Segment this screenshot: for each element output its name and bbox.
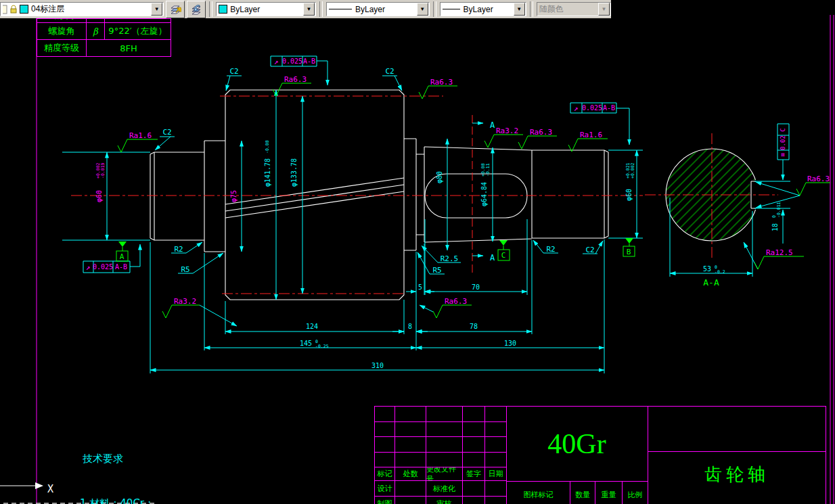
tech-line-1: 1.材料：40Cr；: [80, 496, 191, 504]
svg-text:-0.2: -0.2: [715, 269, 725, 275]
label-r2: R2: [546, 245, 555, 254]
fcf-value: 0.025: [582, 104, 602, 112]
roughness-value: Ra6.3: [284, 75, 307, 84]
lineweight-sample: [443, 9, 460, 9]
svg-text:-0.019: -0.019: [100, 162, 106, 179]
fcf-datum: A-B: [303, 58, 315, 65]
lineweight-dropdown[interactable]: ByLayer ▼: [440, 2, 526, 16]
ucs-x-label: X: [47, 483, 53, 495]
label-r5: R5: [432, 266, 441, 275]
roughness-value: Ra6.3: [807, 175, 830, 183]
toolbar-separator: [209, 1, 212, 17]
label-c2: C2: [162, 128, 171, 137]
technical-requirements: 技术要求 1.材料：40Cr； 2.热处理：HRC28-32。: [80, 421, 191, 504]
title-block-empty-cell: [648, 406, 826, 452]
fcf-symbol: ↗: [574, 104, 579, 113]
roughness-value: Ra1.6: [580, 131, 602, 139]
scale-header: 比例: [623, 482, 648, 504]
plot-style-value: 随颜色: [539, 3, 564, 15]
layer-dropdown-arrow[interactable]: ▼: [151, 3, 162, 16]
param-row-grade: 精度等级 8FH: [37, 40, 171, 57]
dim-310: 310: [371, 362, 384, 369]
dim-dia60-right: φ60 +0.021 +0.002: [625, 162, 635, 201]
fcf-datum: A-B: [603, 104, 615, 112]
layer-name: 04标注层: [31, 3, 64, 15]
tech-title: 技术要求: [83, 451, 191, 466]
layer-dropdown[interactable]: 04标注层 ▼: [0, 2, 164, 16]
layers-arrow-icon: [169, 3, 181, 16]
material-value: 40Gr: [547, 428, 606, 460]
design-label: 设计: [375, 481, 395, 497]
label-c2: C2: [229, 67, 238, 76]
part-name: 齿轮轴: [704, 463, 769, 486]
make-layer-current-button[interactable]: [166, 1, 185, 18]
svg-text:+0.002: +0.002: [630, 162, 635, 179]
param-symbol: β: [93, 26, 98, 37]
color-dropdown-arrow[interactable]: ▼: [303, 3, 315, 16]
dim-78: 78: [470, 323, 478, 330]
svg-text:-0.11: -0.11: [485, 163, 491, 177]
roughness-value: Ra3.2: [496, 127, 518, 135]
fcf-symbol: ↗: [86, 263, 91, 272]
dim-dia60-left: φ60 +0.002 -0.019: [95, 162, 106, 202]
param-value: 20°: [130, 18, 145, 20]
fcf-symbol: ≡: [779, 153, 786, 157]
title-block-bottom-headers: 图样标记 数量 重量 比例: [506, 482, 648, 504]
roughness-value: Ra1.6: [129, 131, 152, 140]
weight-header: 重量: [595, 482, 623, 504]
fcf-runout-right: ↗ 0.025 A-B: [570, 103, 616, 113]
layer-previous-button[interactable]: [187, 1, 206, 18]
datum-c: C: [498, 240, 510, 260]
svg-text:53: 53: [703, 265, 711, 273]
check-label: 审核: [426, 497, 463, 504]
fcf-runout-top: ↗ 0.025 A-B: [271, 56, 317, 66]
layer-color-swatch: [20, 5, 28, 14]
layers-sheet-icon: [190, 3, 202, 16]
part-name-block: 齿轮轴: [648, 406, 826, 504]
linetype-sample: [329, 9, 352, 9]
linetype-dropdown[interactable]: ByLayer ▼: [326, 2, 430, 16]
layer-state-icon: [3, 5, 8, 14]
param-value: 9°22′（左旋）: [108, 25, 166, 37]
lineweight-dropdown-arrow[interactable]: ▼: [514, 3, 525, 16]
svg-text:145: 145: [300, 340, 312, 347]
material-box: 40Gr: [506, 406, 648, 482]
color-value: ByLayer: [230, 5, 260, 14]
datum-letter: C: [501, 251, 506, 260]
label-c2: C2: [385, 67, 394, 76]
dim-18: 18 0 -0.011: [771, 202, 782, 231]
dim-124: 124: [306, 323, 318, 330]
fcf-value: 0.02: [780, 135, 786, 150]
plot-style-dropdown: 随颜色 ▼: [537, 2, 611, 16]
svg-text:-0.25: -0.25: [315, 344, 329, 349]
dim-130: 130: [504, 340, 516, 347]
svg-text:φ64.84: φ64.84: [480, 182, 488, 206]
layer-properties-toolbar: 04标注层 ▼ ByLayer ▼ ByLayer ▼ ByLayer ▼ 随颜…: [0, 0, 611, 18]
dim-70: 70: [472, 283, 480, 291]
param-label: 螺旋角: [49, 25, 75, 37]
fcf-symbol: ↗: [274, 58, 279, 66]
dim-dia64: φ64.84 +0.08 -0.11: [480, 163, 491, 206]
rev-header: 签字: [463, 467, 485, 481]
label-c2: C2: [585, 246, 594, 254]
toolbar-separator: [433, 1, 436, 17]
standardization-label: 标准化: [426, 481, 463, 497]
color-dropdown[interactable]: ByLayer ▼: [216, 2, 316, 16]
fcf-symmetry-vertical: C 0.02 ≡: [777, 124, 789, 160]
svg-text:-0.08: -0.08: [265, 140, 270, 154]
param-label: 精度等级: [44, 42, 79, 54]
dim-dia80: φ80: [436, 171, 443, 183]
roughness-value: Ra6.3: [430, 78, 453, 87]
cad-application-window: Ra1.6 Ra6.3 Ra6.3 Ra3.2 Ra6.3 Ra1.6 Ra3.…: [0, 0, 835, 504]
gear-parameter-table: 齿形角 α 20° 螺旋角 β 9°22′（左旋） 精度等级 8FH: [37, 18, 171, 57]
datum-letter: A: [120, 252, 125, 261]
svg-text:φ60: φ60: [95, 190, 103, 202]
rev-header: 更改文件号: [426, 467, 463, 481]
rev-header: 日期: [485, 467, 507, 481]
linetype-dropdown-arrow[interactable]: ▼: [417, 3, 428, 16]
mark-header: 图样标记: [506, 482, 570, 504]
roughness-value: Ra3.2: [174, 297, 196, 306]
roughness-value: Ra12.5: [766, 248, 793, 257]
section-arrow-label: A: [490, 253, 495, 262]
toolbar-separator: [319, 1, 323, 17]
